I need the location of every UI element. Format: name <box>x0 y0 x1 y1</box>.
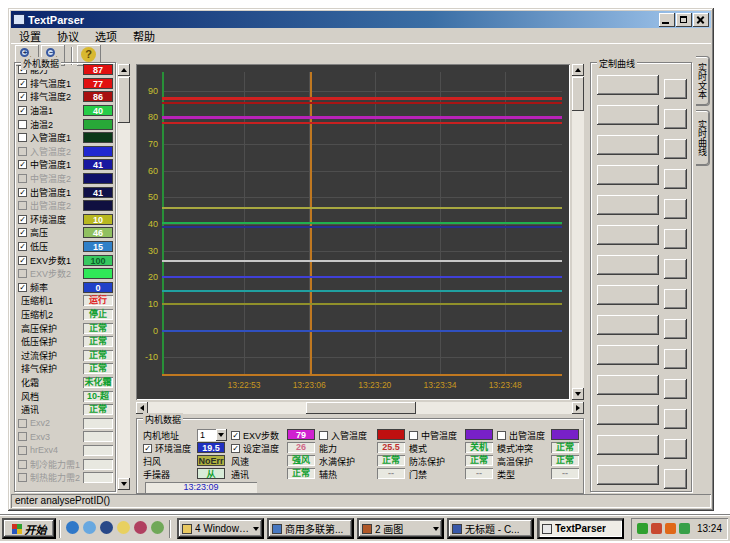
custom-curve-field[interactable] <box>597 195 659 215</box>
menu-item-0[interactable]: 设置 <box>11 28 49 44</box>
task-button-4[interactable]: TextParser <box>537 518 624 539</box>
scroll-up-button[interactable] <box>118 64 130 76</box>
custom-curve-value-field[interactable] <box>664 319 687 339</box>
checkbox[interactable]: ✓ <box>18 283 27 292</box>
custom-curve-field[interactable] <box>597 405 659 425</box>
custom-curve-value-field[interactable] <box>664 379 687 399</box>
quicklaunch-icon-1[interactable] <box>66 521 79 534</box>
checkbox[interactable]: ✓ <box>18 228 27 237</box>
checkbox[interactable] <box>18 120 27 129</box>
quicklaunch-icon-4[interactable] <box>117 521 130 534</box>
checkbox[interactable]: ✓ <box>18 106 27 115</box>
checkbox[interactable] <box>18 133 27 142</box>
checkbox[interactable]: ✓ <box>231 431 240 440</box>
close-button[interactable] <box>693 13 709 27</box>
chevron-down-icon[interactable] <box>253 527 259 531</box>
quicklaunch-icon-2[interactable] <box>83 521 96 534</box>
custom-curve-field[interactable] <box>597 375 659 395</box>
checkbox[interactable] <box>497 431 506 440</box>
quicklaunch-icon-5[interactable] <box>134 521 147 534</box>
scroll-right-button[interactable] <box>572 402 584 414</box>
scroll-down-button[interactable] <box>572 388 584 400</box>
chevron-down-icon[interactable] <box>433 527 439 531</box>
tray-icon-2[interactable] <box>651 523 662 534</box>
custom-curve-field[interactable] <box>597 75 659 95</box>
chart-area[interactable]: 9080706050403020100-1013:22:5313:23:0613… <box>136 64 570 400</box>
custom-curve-field[interactable] <box>597 315 659 335</box>
menu-item-1[interactable]: 协议 <box>49 28 87 44</box>
chart-horizontal-scrollbar[interactable] <box>136 402 584 414</box>
custom-curve-field[interactable] <box>597 285 659 305</box>
grid-line-h <box>162 251 562 252</box>
scroll-up-button[interactable] <box>572 64 584 76</box>
custom-curve-field[interactable] <box>597 105 659 125</box>
menu-item-3[interactable]: 帮助 <box>125 28 163 44</box>
custom-curve-value-field[interactable] <box>664 229 687 249</box>
custom-curve-field[interactable] <box>597 255 659 275</box>
task-button-0[interactable]: 4 Windows... <box>177 518 264 539</box>
indoor-label-text: 手操器 <box>143 468 170 481</box>
checkbox[interactable]: ✓ <box>231 444 240 453</box>
custom-curve-field[interactable] <box>597 165 659 185</box>
indoor-col3-value: 正常 <box>287 468 315 479</box>
task-button-1[interactable]: 商用多联第... <box>267 518 354 539</box>
chevron-down-icon[interactable] <box>216 429 227 441</box>
checkbox[interactable]: ✓ <box>18 160 27 169</box>
custom-curve-field[interactable] <box>597 135 659 155</box>
restore-button[interactable] <box>676 13 692 27</box>
menubar: 设置协议选项帮助 <box>11 28 711 43</box>
custom-curve-field[interactable] <box>597 225 659 245</box>
checkbox[interactable]: ✓ <box>18 215 27 224</box>
checkbox[interactable]: ✓ <box>18 79 27 88</box>
indoor-label-text: 入管温度 <box>331 429 367 442</box>
custom-curve-value-field[interactable] <box>664 289 687 309</box>
custom-curve-value-field[interactable] <box>664 469 687 489</box>
tray-icon-3[interactable] <box>665 523 676 534</box>
tray-icon-1[interactable] <box>637 523 648 534</box>
checkbox[interactable]: ✓ <box>18 242 27 251</box>
custom-curve-field[interactable] <box>597 345 659 365</box>
indoor-col3-label: 水满保护 <box>319 455 355 468</box>
outdoor-row: ✓中管温度141 <box>15 158 115 172</box>
custom-curve-value-field[interactable] <box>664 109 687 129</box>
task-button-2[interactable]: 2 画图 <box>357 518 444 539</box>
scrollbar-thumb[interactable] <box>572 77 584 111</box>
custom-curve-field[interactable] <box>597 465 659 485</box>
outdoor-row-value: 正常 <box>83 323 113 334</box>
outdoor-scrollbar[interactable] <box>118 64 130 490</box>
y-axis-tick-label: 10 <box>136 299 158 309</box>
checkbox[interactable] <box>319 431 328 440</box>
custom-curve-value-field[interactable] <box>664 349 687 369</box>
tray-icon-4[interactable] <box>679 523 690 534</box>
titlebar[interactable]: TextParser <box>11 11 711 28</box>
custom-curve-value-field[interactable] <box>664 169 687 189</box>
scrollbar-thumb[interactable] <box>118 77 130 123</box>
checkbox[interactable]: ✓ <box>143 444 152 453</box>
checkbox[interactable]: ✓ <box>18 256 27 265</box>
indoor-col5-value <box>465 429 493 440</box>
chart-vertical-scrollbar[interactable] <box>572 64 584 400</box>
quicklaunch-icon-6[interactable] <box>151 521 164 534</box>
scroll-down-button[interactable] <box>118 478 130 490</box>
quicklaunch-icon-3[interactable] <box>100 521 113 534</box>
custom-curve-value-field[interactable] <box>664 199 687 219</box>
custom-curve-value-field[interactable] <box>664 439 687 459</box>
task-button-3[interactable]: 无标题 - C... <box>447 518 534 539</box>
custom-curve-value-field[interactable] <box>664 79 687 99</box>
custom-curve-value-field[interactable] <box>664 259 687 279</box>
checkbox[interactable]: ✓ <box>18 92 27 101</box>
checkbox[interactable]: ✓ <box>18 188 27 197</box>
tab-realtime-text[interactable]: 实时文本 <box>696 56 710 106</box>
start-button[interactable]: 开始 <box>2 518 56 539</box>
series-line-能力(内机) <box>162 260 562 262</box>
menu-item-2[interactable]: 选项 <box>87 28 125 44</box>
scrollbar-thumb[interactable] <box>306 402 416 414</box>
tab-realtime-curve[interactable]: 实时曲线 <box>696 110 710 166</box>
minimize-button[interactable] <box>659 13 675 27</box>
custom-curve-value-field[interactable] <box>664 139 687 159</box>
checkbox[interactable] <box>409 431 418 440</box>
custom-curve-value-field[interactable] <box>664 409 687 429</box>
checkbox <box>18 269 27 278</box>
indoor-address-dropdown[interactable]: 1 <box>197 429 227 441</box>
custom-curve-field[interactable] <box>597 435 659 455</box>
